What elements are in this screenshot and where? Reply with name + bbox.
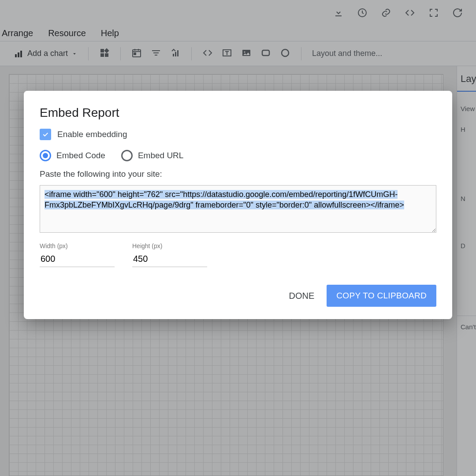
radio-embed-code-label: Embed Code (56, 151, 105, 160)
embed-code-text: <iframe width="600" height="762" src="ht… (45, 190, 404, 209)
paste-helper-text: Paste the following into your site: (40, 169, 436, 179)
radio-embed-url[interactable]: Embed URL (121, 150, 184, 161)
copy-to-clipboard-button[interactable]: COPY TO CLIPBOARD (327, 285, 436, 307)
dialog-title: Embed Report (40, 106, 436, 120)
height-label: Height (px) (132, 242, 207, 249)
enable-embedding-label: Enable embedding (57, 130, 127, 139)
width-input[interactable] (40, 252, 115, 267)
radio-embed-url-label: Embed URL (138, 151, 184, 160)
embed-code-textarea[interactable]: <iframe width="600" height="762" src="ht… (40, 185, 436, 233)
width-label: Width (px) (40, 242, 115, 249)
radio-embed-code[interactable]: Embed Code (40, 150, 105, 161)
enable-embedding-checkbox[interactable] (40, 129, 51, 140)
done-button[interactable]: DONE (289, 291, 315, 301)
radio-icon (121, 150, 133, 161)
embed-report-dialog: Embed Report Enable embedding Embed Code… (24, 91, 452, 319)
radio-icon (40, 150, 51, 161)
modal-overlay: Embed Report Enable embedding Embed Code… (0, 0, 476, 476)
height-input[interactable] (132, 252, 207, 267)
